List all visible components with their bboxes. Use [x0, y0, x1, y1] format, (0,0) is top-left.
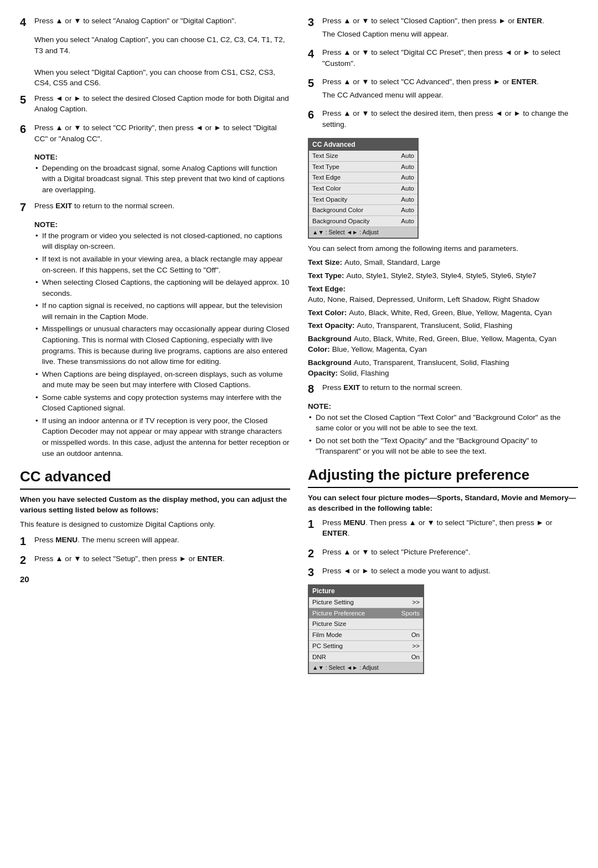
right-step-8-content: Press EXIT to return to the normal scree…: [322, 382, 578, 396]
right-step-5-sub: The CC Advanced menu will appear.: [322, 90, 578, 101]
step-4-content: Press ▲ or ▼ to select "Analog Caption" …: [34, 16, 290, 29]
cc-advanced-table-title: CC Advanced: [309, 139, 417, 151]
note-3-item-1: Do not set the Closed Caption "Text Colo…: [308, 412, 578, 434]
cc-row-7-value: Auto: [401, 217, 414, 226]
right-step-3-text: Press ▲ or ▼ to select "Closed Caption",…: [322, 16, 578, 27]
note-2-item-2: If text is not available in your viewing…: [34, 254, 290, 275]
param-text-size: Text Size: Auto, Small, Standard, Large: [308, 257, 578, 268]
picture-row-6-value: On: [411, 653, 420, 662]
param-text-edge-label: Text Edge:: [308, 284, 346, 295]
cc-advanced-table-row-3: Text Edge Auto: [309, 172, 417, 183]
cc-advanced-table-footer: ▲▼ : Select ◄► : Adjust: [309, 227, 417, 238]
param-text-type: Text Type: Auto, Style1, Style2, Style3,…: [308, 270, 578, 281]
cc-adv-step-1-block: 1 Press MENU. The menu screen will appea…: [20, 535, 290, 548]
step-5-text: Press ◄ or ► to select the desired Close…: [34, 93, 290, 115]
right-step-3-content: Press ▲ or ▼ to select "Closed Caption",…: [322, 16, 578, 42]
right-step-8-block: 8 Press EXIT to return to the normal scr…: [308, 382, 578, 396]
cc-row-5-value: Auto: [401, 195, 414, 204]
adj-section-subtitle: You can select four picture modes—Sports…: [308, 492, 578, 514]
right-step-4-number: 4: [308, 47, 320, 60]
page-number: 20: [20, 573, 290, 585]
step-6-number: 6: [20, 122, 32, 136]
right-step-3-block: 3 Press ▲ or ▼ to select "Closed Caption…: [308, 16, 578, 42]
param-bg-color-value-2: Blue, Yellow, Magenta, Cyan: [332, 344, 427, 355]
cc-advanced-title: CC advanced: [20, 466, 290, 490]
cc-row-4-label: Text Color: [312, 184, 341, 193]
cc-row-7-label: Background Opacity: [312, 217, 370, 226]
note-3-block: NOTE: Do not set the Closed Caption "Tex…: [308, 401, 578, 457]
picture-row-4-label: Film Mode: [312, 630, 342, 640]
adj-step-1-number: 1: [308, 517, 320, 531]
param-text-edge-value: Auto, None, Raised, Depressed, Uniform, …: [308, 294, 539, 305]
right-step-5-text: Press ▲ or ▼ to select "CC Advanced", th…: [322, 76, 578, 88]
note-2-item-6: When Captions are being displayed, on-sc…: [34, 369, 290, 391]
adj-step-3-block: 3 Press ◄ or ► to select a mode you want…: [308, 566, 578, 579]
right-step-5-block: 5 Press ▲ or ▼ to select "CC Advanced", …: [308, 76, 578, 102]
cc-row-4-value: Auto: [401, 184, 414, 193]
adj-step-2-content: Press ▲ or ▼ to select "Picture Preferen…: [322, 547, 578, 560]
step-4-text: Press ▲ or ▼ to select "Analog Caption" …: [34, 16, 290, 27]
picture-row-5: PC Setting >>: [309, 641, 423, 652]
param-bg-color-2: Color: Blue, Yellow, Magenta, Cyan: [308, 344, 578, 355]
param-text-type-label: Text Type:: [308, 270, 344, 281]
note-2-list: If the program or video you selected is …: [34, 230, 290, 459]
cc-row-3-value: Auto: [401, 173, 414, 182]
step-7-text: Press EXIT to return to the normal scree…: [34, 201, 290, 212]
cc-advanced-table-row-7: Background Opacity Auto: [309, 216, 417, 227]
note-1-item-1: Depending on the broadcast signal, some …: [34, 163, 290, 196]
step-4-number: 4: [20, 16, 32, 29]
param-text-opacity-label: Text Opacity:: [308, 320, 355, 331]
adj-step-2-text: Press ▲ or ▼ to select "Picture Preferen…: [322, 547, 578, 558]
right-step-6-text: Press ▲ or ▼ to select the desired item,…: [322, 108, 578, 130]
analog-caption-note: When you select "Analog Caption", you ca…: [34, 34, 290, 56]
digital-caption-note: When you select "Digital Caption", you c…: [34, 67, 290, 89]
picture-row-2: Picture Preference Sports: [309, 608, 423, 619]
cc-row-1-value: Auto: [401, 151, 414, 161]
step-5-number: 5: [20, 93, 32, 106]
cc-row-5-label: Text Opacity: [312, 195, 347, 204]
page: 4 Press ▲ or ▼ to select "Analog Caption…: [0, 0, 598, 868]
adj-step-1-block: 1 Press MENU. Then press ▲ or ▼ to selec…: [308, 517, 578, 541]
note-3-item-2: Do not set both the "Text Opacity" and t…: [308, 435, 578, 457]
note-2-item-1: If the program or video you selected is …: [34, 230, 290, 252]
note-1-label: NOTE:: [34, 152, 290, 163]
cc-row-6-label: Background Color: [312, 206, 363, 215]
step-6-text: Press ▲ or ▼ to select "CC Priority", th…: [34, 122, 290, 144]
right-step-6-block: 6 Press ▲ or ▼ to select the desired ite…: [308, 108, 578, 132]
adj-step-3-number: 3: [308, 566, 320, 579]
right-step-4-block: 4 Press ▲ or ▼ to select "Digital CC Pre…: [308, 47, 578, 71]
cc-advanced-section: CC advanced When you have selected Custo…: [20, 466, 290, 566]
picture-row-5-value: >>: [413, 641, 420, 651]
step-7-number: 7: [20, 201, 32, 214]
cc-adv-step-1-text: Press MENU. The menu screen will appear.: [34, 535, 290, 546]
picture-row-3: Picture Size: [309, 619, 423, 630]
param-text-color: Text Color: Auto, Black, White, Red, Gre…: [308, 307, 578, 319]
adj-step-3-content: Press ◄ or ► to select a mode you want t…: [322, 566, 578, 579]
right-step-4-text: Press ▲ or ▼ to select "Digital CC Prese…: [322, 47, 578, 69]
picture-row-2-value: Sports: [401, 609, 420, 618]
cc-row-2-value: Auto: [401, 162, 414, 172]
picture-row-4-value: On: [411, 630, 420, 640]
step-6-content: Press ▲ or ▼ to select "CC Priority", th…: [34, 122, 290, 146]
picture-row-4: Film Mode On: [309, 630, 423, 641]
cc-advanced-table-row-1: Text Size Auto: [309, 151, 417, 162]
picture-row-3-label: Picture Size: [312, 619, 346, 629]
adj-section-title: Adjusting the picture preference: [308, 465, 578, 488]
param-text-opacity: Text Opacity: Auto, Transparent, Translu…: [308, 320, 578, 331]
params-list: Text Size: Auto, Small, Standard, Large …: [308, 257, 578, 379]
note-2-block: NOTE: If the program or video you select…: [20, 219, 290, 459]
right-step-6-content: Press ▲ or ▼ to select the desired item,…: [322, 108, 578, 132]
cc-adv-step-2-content: Press ▲ or ▼ to select "Setup", then pre…: [34, 553, 290, 567]
picture-row-1-label: Picture Setting: [312, 598, 354, 607]
cc-row-3-label: Text Edge: [312, 173, 341, 182]
adj-step-2-number: 2: [308, 547, 320, 560]
cc-advanced-subtitle: When you have selected Custom as the dis…: [20, 494, 290, 516]
note-1-block: NOTE: Depending on the broadcast signal,…: [20, 152, 290, 195]
cc-adv-step-1-content: Press MENU. The menu screen will appear.: [34, 535, 290, 548]
param-bg-opacity-label: Background: [308, 357, 352, 368]
cc-advanced-body: This feature is designed to customize Di…: [20, 519, 290, 530]
note-2-item-3: When selecting Closed Captions, the capt…: [34, 277, 290, 299]
param-bg-color-value: Auto, Black, White, Red, Green, Blue, Ye…: [354, 333, 556, 345]
picture-table: Picture Picture Setting >> Picture Prefe…: [308, 584, 424, 675]
cc-row-6-value: Auto: [401, 206, 414, 215]
